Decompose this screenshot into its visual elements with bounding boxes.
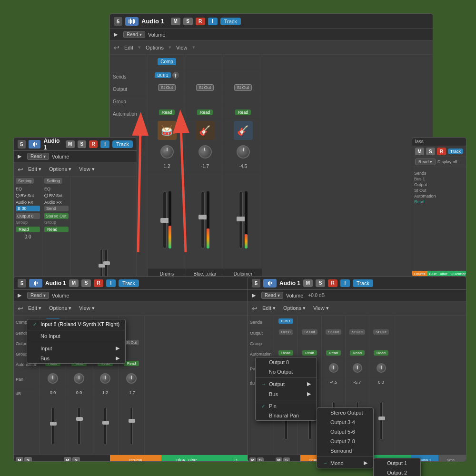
left-read-btn-2[interactable]: Read: [44, 227, 69, 232]
bl-edit-menu[interactable]: Edit ▾: [25, 304, 44, 312]
bl-fader-handle-drums[interactable]: [102, 421, 109, 425]
edit-menu[interactable]: Edit: [121, 44, 136, 51]
bl-guitar-out[interactable]: St Out: [124, 340, 139, 345]
br-out8-btn[interactable]: Out 8: [279, 329, 293, 335]
right-mute-btn[interactable]: M: [415, 148, 424, 155]
send-button-l2[interactable]: Send: [44, 206, 69, 211]
br-m2[interactable]: M: [276, 457, 282, 462]
br-read-4[interactable]: Read: [350, 350, 365, 356]
bl-pan-knob-guitar[interactable]: [126, 373, 137, 384]
bus-button[interactable]: Bus 1: [155, 72, 170, 78]
output-item-output[interactable]: → Output ▶ Stereo Output Output 3-4 Outp…: [256, 379, 317, 389]
input-button[interactable]: I: [208, 18, 218, 25]
input-item-bus[interactable]: Bus ▶: [27, 353, 125, 363]
br-read-5[interactable]: Read: [374, 350, 388, 356]
input-item-none[interactable]: No Input: [27, 331, 125, 341]
pan-knob-2[interactable]: [197, 143, 213, 159]
output-item-none[interactable]: No Output: [256, 367, 317, 377]
br-read-2[interactable]: Read: [302, 350, 317, 356]
output8-button[interactable]: Output 8: [16, 213, 40, 219]
bl-automation-dropdown[interactable]: Read ▾: [27, 292, 49, 299]
bl-play-btn[interactable]: ▶: [18, 292, 24, 299]
left-record-button[interactable]: R: [89, 140, 98, 148]
bl-s-btn[interactable]: S: [24, 457, 32, 462]
read-button-2[interactable]: Read: [197, 109, 213, 115]
bl-options-menu[interactable]: Options ▾: [46, 304, 74, 312]
right-solo-btn[interactable]: S: [426, 148, 435, 155]
left-automation-dropdown[interactable]: Read ▾: [27, 153, 49, 160]
br-m1[interactable]: M: [249, 457, 256, 462]
bl-record-btn[interactable]: R: [94, 279, 103, 287]
automation-dropdown[interactable]: Read ▾: [123, 31, 145, 38]
br-edit-menu[interactable]: Edit ▾: [259, 304, 278, 312]
left-fader-handle-2[interactable]: [103, 261, 110, 265]
output-item-binaural[interactable]: Binaural Pan: [256, 411, 317, 420]
output-button-2[interactable]: St Out: [196, 84, 214, 91]
out-3-4[interactable]: Output 3-4: [317, 417, 373, 427]
bl-input-btn[interactable]: I: [106, 279, 116, 287]
bl-tab-guitar[interactable]: Blue...uitar: [161, 455, 211, 462]
bl-mute-btn[interactable]: M: [69, 279, 79, 287]
br-stout-5[interactable]: St Out: [373, 329, 389, 335]
br-play-btn[interactable]: ▶: [252, 292, 258, 299]
play-button[interactable]: ▶: [114, 31, 120, 38]
bl-m-btn[interactable]: M: [16, 457, 23, 462]
br-stout-2[interactable]: St Out: [302, 329, 317, 335]
left-solo-button[interactable]: S: [78, 140, 86, 148]
bl-pan-knob-drums[interactable]: [100, 373, 110, 384]
left-input-button[interactable]: I: [100, 140, 109, 148]
bl-fader-handle-1[interactable]: [50, 422, 57, 426]
comp-button[interactable]: Comp: [158, 58, 176, 65]
record-button[interactable]: R: [196, 18, 205, 25]
bl-tab-drums[interactable]: Drums: [110, 455, 162, 462]
output-item-out8[interactable]: Output 8: [256, 357, 317, 367]
output-item-bus[interactable]: Bus ▶: [256, 389, 317, 399]
br-options-menu[interactable]: Options ▾: [280, 304, 308, 312]
left-edit-menu[interactable]: Edit ▾: [25, 165, 44, 173]
bl-fader-handle-2[interactable]: [76, 417, 83, 421]
solo-button[interactable]: S: [183, 18, 193, 25]
output-button-3[interactable]: St Out: [234, 84, 252, 91]
br-input-btn[interactable]: I: [340, 279, 350, 287]
br-pan-5[interactable]: [377, 363, 386, 373]
br-solo-btn[interactable]: S: [316, 279, 325, 287]
left-play-button[interactable]: ▶: [18, 153, 24, 160]
bl-solo-btn[interactable]: S: [81, 279, 91, 287]
pan-knob[interactable]: [160, 145, 174, 159]
left-view-menu[interactable]: View ▾: [76, 165, 98, 173]
bl-back-icon[interactable]: ↩: [18, 305, 23, 312]
stereo-out-button[interactable]: Stereo Out: [44, 213, 69, 219]
pan-knob-3[interactable]: [235, 144, 250, 159]
out-mono[interactable]: →Mono ▶ Output 1 Output 2 Output 3 Outpu…: [317, 458, 373, 468]
br-record-btn[interactable]: R: [328, 279, 337, 287]
mono-out2[interactable]: Output 2: [374, 468, 420, 476]
out-stereo[interactable]: Stereo Output: [317, 408, 373, 417]
send-knob[interactable]: [172, 72, 179, 79]
out-surround[interactable]: Surround: [317, 446, 373, 456]
br-s1[interactable]: S: [257, 457, 264, 462]
left-read-btn[interactable]: Read: [16, 227, 40, 232]
bl-track-btn[interactable]: Track: [119, 279, 139, 287]
br-back-icon[interactable]: ↩: [252, 305, 258, 312]
br-tab-sma[interactable]: Sma...: [438, 455, 466, 462]
br-s2[interactable]: S: [283, 457, 290, 462]
output-item-pin[interactable]: ✓ Pin: [256, 401, 317, 411]
bl-guitar-read[interactable]: Read: [124, 361, 139, 366]
left-mute-button[interactable]: M: [66, 140, 74, 148]
bl-pan-knob-2[interactable]: [74, 373, 84, 384]
mono-out1[interactable]: Output 1: [374, 458, 420, 468]
br-read-3[interactable]: Read: [326, 350, 341, 356]
right-record-btn[interactable]: R: [437, 148, 446, 155]
output-button[interactable]: St Out: [158, 84, 176, 91]
left-back-icon[interactable]: ↩: [18, 166, 23, 173]
br-bus-1[interactable]: Bus 1: [278, 318, 293, 324]
input-item-input[interactable]: Input ▶: [27, 343, 125, 353]
setting-button-l2[interactable]: Setting: [44, 178, 62, 184]
br-stout-3[interactable]: St Out: [326, 329, 341, 335]
mute-button[interactable]: M: [171, 18, 180, 25]
bl-m-btn2[interactable]: M: [64, 457, 71, 462]
bl-view-menu[interactable]: View ▾: [76, 304, 98, 312]
view-menu[interactable]: View: [173, 44, 190, 51]
left-options-menu[interactable]: Options ▾: [46, 165, 74, 173]
input-item-roland[interactable]: ✓ Input 8 (Roland V-Synth XT Right): [27, 319, 125, 329]
